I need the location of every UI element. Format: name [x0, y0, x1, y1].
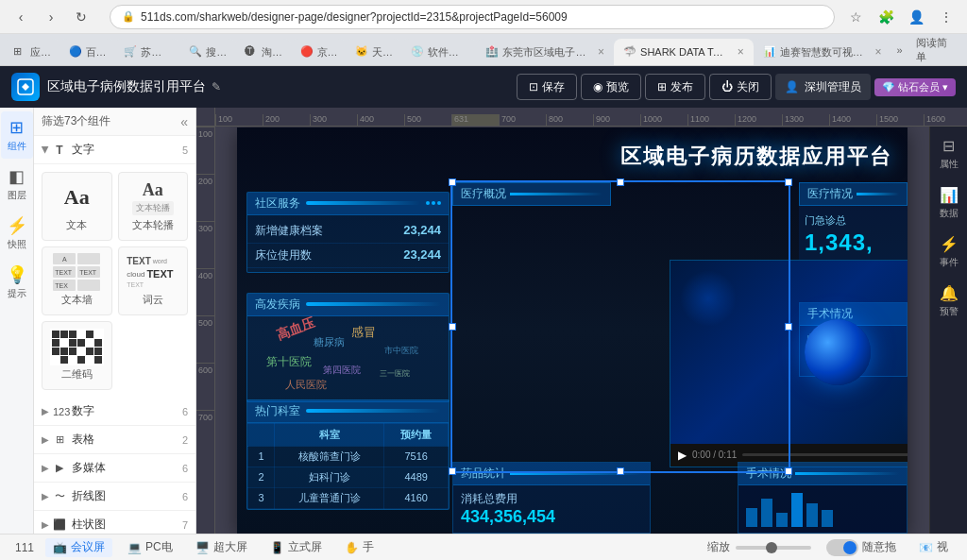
tab-tianmao[interactable]: 🐱 天猫 [346, 39, 401, 65]
play-button[interactable]: ▶ [678, 449, 687, 462]
surgery-bottom-panel: 手术情况 [738, 462, 908, 534]
component-text-wall[interactable]: A TEXT TEXT TEX 文本墙 [42, 246, 112, 315]
drug-cost-value: 434,356,454 [461, 507, 642, 527]
linechart-category-count: 6 [182, 491, 188, 502]
category-number[interactable]: ▶ 123 数字 6 [34, 398, 195, 426]
hot-dept-panel[interactable]: 热门科室 科室 预约量 [246, 399, 450, 518]
back-button[interactable]: ‹ [8, 4, 34, 30]
read-mode[interactable]: 阅读简单 [908, 36, 963, 64]
ruler-mark: 1100 [687, 114, 735, 126]
col-rank [248, 423, 275, 446]
zoom-slider[interactable] [736, 546, 811, 550]
preview-button[interactable]: ◉ 预览 [581, 74, 641, 100]
category-linechart[interactable]: ▶ 〜 折线图 6 [34, 483, 195, 511]
tab-shark-active[interactable]: 🦈 SHARK DATA TAL... × [614, 39, 754, 65]
col-count: 预约量 [384, 423, 449, 446]
save-label: 保存 [542, 79, 565, 95]
ruler-mark: 631 [451, 114, 499, 126]
design-canvas[interactable]: 区域电子病历数据应用平台 社区服务 [237, 127, 908, 534]
sidebar-tab-layers[interactable]: ◧ 图层 [1, 161, 33, 208]
drug-title: 药品统计 [461, 466, 506, 482]
status-bar: 111 📺 会议屏 💻 PC电 🖥️ 超大屏 📱 立式屏 ✋ 手 缩放 随意拖 … [0, 534, 967, 560]
components-icon: ⊞ [9, 117, 24, 138]
component-qr[interactable]: 二维码 [42, 321, 112, 390]
category-barchart[interactable]: ▶ ⬛ 柱状图 7 [34, 511, 195, 534]
tab-apps[interactable]: ⊞ 应用 [4, 39, 59, 65]
progress-bar[interactable] [742, 453, 908, 456]
refresh-button[interactable]: ↻ [68, 4, 94, 30]
user-info[interactable]: 👤 深圳管理员 [775, 74, 871, 100]
tab-software[interactable]: 💿 软件大全 [401, 39, 477, 65]
menu-button[interactable]: ⋮ [933, 4, 959, 30]
category-media[interactable]: ▶ ▶ 多媒体 6 [34, 454, 195, 483]
screen-meeting[interactable]: 📺 会议屏 [45, 538, 112, 557]
category-text[interactable]: ▶ T 文字 5 [34, 136, 195, 164]
properties-icon: ⊟ [942, 137, 955, 155]
panel-section-title: 社区服务 [247, 193, 449, 215]
tab-baidu[interactable]: 🔵 百度 [59, 39, 115, 65]
barchart-category-count: 7 [182, 519, 188, 531]
tab-search[interactable]: 🔍 搜索 [179, 39, 235, 65]
events-panel-item[interactable]: ⚡ 事件 [932, 229, 966, 276]
tab-suyigou[interactable]: 🛒 苏易购 [114, 39, 179, 65]
forward-button[interactable]: › [38, 4, 64, 30]
disease-panel[interactable]: 高发疾病 高血压 糖尿病 感冒 第十医院 第四医院 市中医院 [246, 293, 450, 410]
component-text[interactable]: Aa 文本 [42, 172, 112, 241]
close-button[interactable]: ⏻ 关闭 [709, 74, 772, 100]
dept-rank: 3 [248, 487, 275, 508]
social-service-panel[interactable]: 社区服务 新增健康档案 [246, 192, 450, 280]
warnings-panel-item[interactable]: 🔔 预警 [932, 278, 966, 325]
chevron-linechart: ▶ [42, 491, 49, 501]
dept-row-1: 1 核酸筛查门诊 7516 [248, 446, 449, 467]
dept-count: 4160 [384, 487, 449, 508]
view-btn[interactable]: 📧 视 [911, 538, 956, 557]
app-topbar: 区域电子病例数据引用平台 ✎ ⊡ 保存 ◉ 预览 ⊞ 发布 ⏻ 关闭 👤 深圳管… [0, 66, 967, 108]
properties-panel-item[interactable]: ⊟ 属性 [932, 130, 966, 178]
extensions-button[interactable]: 🧩 [873, 4, 899, 30]
screen-large[interactable]: 🖥️ 超大屏 [188, 538, 255, 557]
edit-title-icon[interactable]: ✎ [212, 80, 221, 93]
meeting-label: 会议屏 [71, 539, 105, 555]
disease-word: 糖尿病 [314, 335, 345, 349]
publish-button[interactable]: ⊞ 发布 [645, 74, 705, 100]
canvas-content[interactable]: 区域电子病历数据应用平台 社区服务 [215, 127, 929, 534]
save-button[interactable]: ⊡ 保存 [517, 74, 577, 100]
handle-tr[interactable] [785, 178, 792, 186]
tab-jd[interactable]: 🔴 京东 [291, 39, 347, 65]
tab-close[interactable]: × [874, 45, 881, 59]
handle-tm[interactable] [617, 178, 624, 186]
sidebar-tab-components[interactable]: ⊞ 组件 [1, 111, 33, 159]
tab-close[interactable]: × [598, 45, 604, 59]
tab-disai[interactable]: 📊 迪赛智慧数可视化... × [754, 39, 891, 65]
tab-taobao[interactable]: 🅣 淘宝 [235, 39, 291, 65]
disease-word: 市中医院 [384, 345, 418, 357]
screen-hand[interactable]: ✋ 手 [337, 538, 382, 557]
sidebar-tab-tips[interactable]: 💡 提示 [1, 259, 33, 306]
media-category-icon: ▶ [53, 462, 66, 474]
tabs-more[interactable]: » [891, 44, 908, 56]
category-table[interactable]: ▶ ⊞ 表格 2 [34, 426, 195, 454]
toggle-track[interactable] [826, 539, 858, 556]
bookmark-button[interactable]: ☆ [842, 4, 869, 30]
video-globe [805, 319, 871, 385]
dept-count: 7516 [384, 446, 449, 467]
data-panel-item[interactable]: 📊 数据 [932, 179, 966, 227]
tab-close[interactable]: × [738, 45, 744, 59]
title-bar [306, 201, 420, 205]
address-bar[interactable]: 🔒 511ds.com/sharkweb/designer-page/desig… [110, 5, 835, 29]
media-category-count: 6 [182, 463, 188, 474]
video-component[interactable]: 🤚 ▶ 0:00 / 0:11 ⛶ [452, 203, 788, 411]
screen-standing[interactable]: 📱 立式屏 [263, 538, 330, 557]
publish-label: 发布 [670, 79, 693, 95]
screen-pc[interactable]: 💻 PC电 [120, 538, 180, 557]
account-button[interactable]: 👤 [903, 4, 929, 30]
medical-overview-header: 医疗概况 [452, 182, 611, 203]
collapse-btn[interactable]: « [180, 114, 188, 129]
component-text-scroll[interactable]: Aa 文本轮播 文本轮播 [118, 172, 189, 241]
membership-label: 钻石会员 [898, 80, 940, 94]
lock-icon: 🔒 [122, 10, 135, 23]
component-word-cloud[interactable]: TEXT word cloud TEXT TEXT 词云 [118, 246, 189, 315]
sidebar-tab-shortcuts[interactable]: ⚡ 快照 [1, 210, 33, 257]
tab-dongguan[interactable]: 🏥 东莞市区域电子病... × [476, 39, 614, 65]
membership-badge[interactable]: 💎 钻石会员 ▾ [874, 78, 956, 96]
